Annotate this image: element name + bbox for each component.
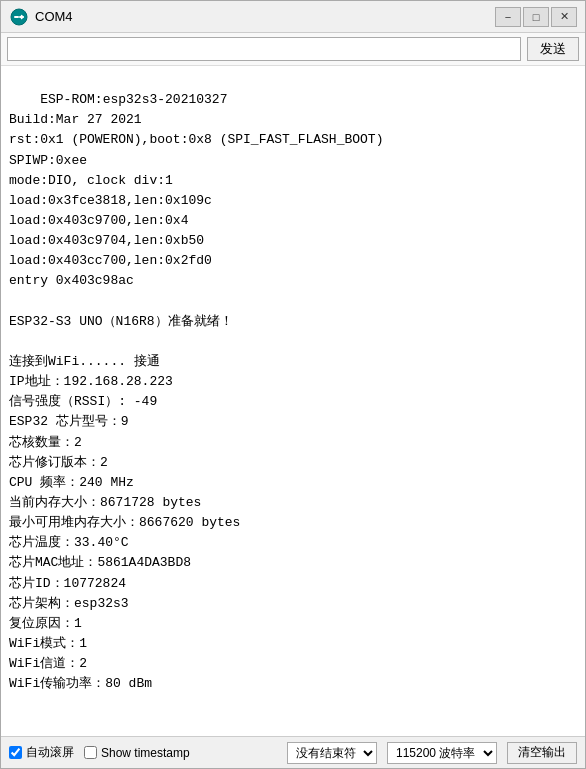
baud-rate-select[interactable]: 300 1200 2400 4800 9600 19200 38400 5760… xyxy=(387,742,497,764)
window-controls: − □ ✕ xyxy=(495,7,577,27)
window-title: COM4 xyxy=(35,9,495,24)
send-button[interactable]: 发送 xyxy=(527,37,579,61)
app-icon xyxy=(9,7,29,27)
maximize-button[interactable]: □ xyxy=(523,7,549,27)
auto-scroll-checkbox[interactable] xyxy=(9,746,22,759)
auto-scroll-group: 自动滚屏 xyxy=(9,744,74,761)
show-timestamp-checkbox[interactable] xyxy=(84,746,97,759)
console-output: ESP-ROM:esp32s3-20210327 Build:Mar 27 20… xyxy=(1,66,585,736)
auto-scroll-label[interactable]: 自动滚屏 xyxy=(26,744,74,761)
message-input[interactable] xyxy=(7,37,521,61)
close-button[interactable]: ✕ xyxy=(551,7,577,27)
console-text: ESP-ROM:esp32s3-20210327 Build:Mar 27 20… xyxy=(9,92,383,691)
line-ending-select[interactable]: 没有结束符 换行 回车 两者都有 xyxy=(287,742,377,764)
status-bar: 自动滚屏 Show timestamp 没有结束符 换行 回车 两者都有 300… xyxy=(1,736,585,768)
title-bar: COM4 − □ ✕ xyxy=(1,1,585,33)
clear-output-button[interactable]: 清空输出 xyxy=(507,742,577,764)
show-timestamp-label[interactable]: Show timestamp xyxy=(101,746,190,760)
toolbar: 发送 xyxy=(1,33,585,66)
main-window: COM4 − □ ✕ 发送 ESP-ROM:esp32s3-20210327 B… xyxy=(0,0,586,769)
show-timestamp-group: Show timestamp xyxy=(84,746,190,760)
minimize-button[interactable]: − xyxy=(495,7,521,27)
